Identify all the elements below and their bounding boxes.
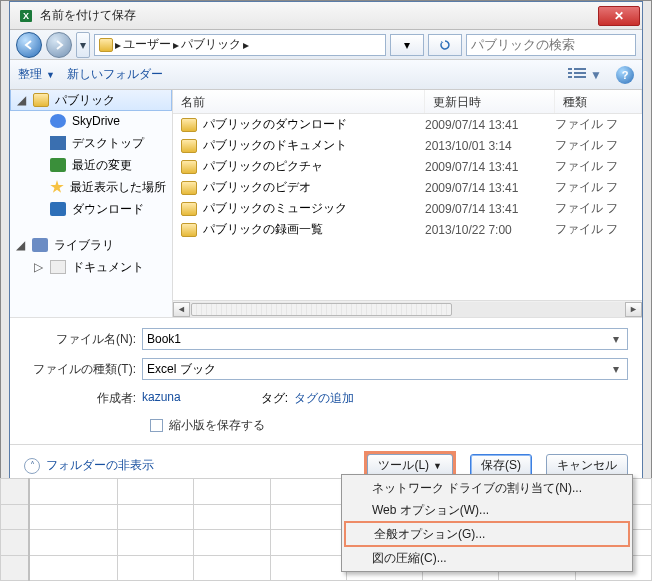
menu-item-highlight: 全般オプション(G)... [344,521,630,547]
folder-icon [181,181,197,195]
filename-input[interactable]: Book1 ▾ [142,328,628,350]
svg-rect-4 [568,72,572,74]
file-name: パブリックのドキュメント [203,137,347,154]
sidebar-item-label: 最近表示した場所 [70,179,166,196]
save-thumbnail-checkbox[interactable] [150,419,163,432]
new-folder-button[interactable]: 新しいフォルダー [67,66,163,83]
refresh-button[interactable] [428,34,462,56]
cancel-label: キャンセル [557,457,617,474]
filetype-label: ファイルの種類(T): [24,361,136,378]
chevron-down-icon[interactable]: ▾ [609,332,623,346]
recent-icon [50,158,66,172]
sidebar-item-skydrive[interactable]: SkyDrive [10,110,172,132]
scroll-left-button[interactable]: ◄ [173,302,190,317]
sidebar-item-label: SkyDrive [72,114,120,128]
breadcrumb-segment[interactable]: パブリック [181,36,241,53]
file-type: ファイル フ [555,116,642,133]
breadcrumb-segment[interactable]: ユーザー [123,36,171,53]
filetype-value: Excel ブック [147,361,216,378]
nav-back-button[interactable] [16,32,42,58]
scroll-right-button[interactable]: ► [625,302,642,317]
svg-rect-5 [574,72,586,74]
horizontal-scrollbar[interactable]: ◄ ► [173,300,642,317]
star-icon [50,180,64,194]
table-row[interactable]: パブリックのダウンロード2009/07/14 13:41ファイル フ [173,114,642,135]
search-input[interactable] [466,34,636,56]
expand-icon[interactable]: ▷ [34,260,44,274]
sidebar-item-libraries[interactable]: ◢ ライブラリ [10,234,172,256]
chevron-down-icon[interactable]: ▾ [609,362,623,376]
filename-value: Book1 [147,332,181,346]
svg-text:X: X [23,11,29,21]
table-row[interactable]: パブリックのミュージック2009/07/14 13:41ファイル フ [173,198,642,219]
nav-history-dropdown[interactable]: ▾ [76,32,90,58]
sidebar-item-label: ドキュメント [72,259,144,276]
tools-menu: ネットワーク ドライブの割り当て(N)... Web オプション(W)... 全… [341,474,633,572]
svg-rect-7 [574,76,586,78]
chevron-up-icon: ˄ [24,458,40,474]
help-button[interactable]: ? [616,66,634,84]
sidebar-item-recent-places[interactable]: 最近表示した場所 [10,176,172,198]
folder-icon [181,139,197,153]
menu-item-web-options[interactable]: Web オプション(W)... [344,499,630,521]
column-name-header[interactable]: 名前 [173,90,425,113]
table-row[interactable]: パブリックのドキュメント2013/10/01 3:14ファイル フ [173,135,642,156]
expand-icon[interactable]: ◢ [17,93,27,107]
menu-item-map-network-drive[interactable]: ネットワーク ドライブの割り当て(N)... [344,477,630,499]
table-row[interactable]: パブリックの録画一覧2013/10/22 7:00ファイル フ [173,219,642,240]
expand-icon[interactable]: ◢ [16,238,26,252]
column-type-header[interactable]: 種類 [555,90,642,113]
file-type: ファイル フ [555,158,642,175]
file-type: ファイル フ [555,200,642,217]
sidebar-item-label: ライブラリ [54,237,114,254]
author-value[interactable]: kazuna [142,390,181,407]
filename-label: ファイル名(N): [24,331,136,348]
breadcrumb-dropdown[interactable]: ▾ [390,34,424,56]
folder-icon [181,160,197,174]
save-label: 保存(S) [481,457,521,474]
sidebar-item-downloads[interactable]: ダウンロード [10,198,172,220]
folder-icon [181,202,197,216]
nav-forward-button[interactable] [46,32,72,58]
sidebar-item-public[interactable]: ◢ パブリック [10,90,172,111]
file-date: 2009/07/14 13:41 [425,118,555,132]
hide-folders-button[interactable]: ˄ フォルダーの非表示 [24,457,154,474]
cloud-icon [50,114,66,128]
document-icon [50,260,66,274]
tools-label: ツール(L) [378,457,429,474]
save-thumbnail-label: 縮小版を保存する [169,417,265,434]
hide-folders-label: フォルダーの非表示 [46,457,154,474]
sidebar-item-recent-changes[interactable]: 最近の変更 [10,154,172,176]
window-close-button[interactable]: ✕ [598,6,640,26]
view-icon [568,68,586,82]
tags-value[interactable]: タグの追加 [294,390,354,407]
file-name: パブリックのビデオ [203,179,311,196]
table-row[interactable]: パブリックのビデオ2009/07/14 13:41ファイル フ [173,177,642,198]
sidebar: ◢ パブリック SkyDrive デスクトップ 最近の変更 最近表示した場所 [10,90,173,317]
filetype-select[interactable]: Excel ブック ▾ [142,358,628,380]
menu-item-general-options[interactable]: 全般オプション(G)... [346,523,628,545]
file-list-pane: 名前 更新日時 種類 パブリックのダウンロード2009/07/14 13:41フ… [173,90,642,317]
folder-icon [33,93,49,107]
file-date: 2009/07/14 13:41 [425,202,555,216]
scroll-thumb[interactable] [191,303,452,316]
file-name: パブリックのピクチャ [203,158,323,175]
file-type: ファイル フ [555,137,642,154]
organize-label: 整理 [18,66,42,83]
new-folder-label: 新しいフォルダー [67,66,163,83]
menu-item-compress-pictures[interactable]: 図の圧縮(C)... [344,547,630,569]
sidebar-item-documents[interactable]: ▷ ドキュメント [10,256,172,278]
table-row[interactable]: パブリックのピクチャ2009/07/14 13:41ファイル フ [173,156,642,177]
library-icon [32,238,48,252]
file-type: ファイル フ [555,179,642,196]
organize-button[interactable]: 整理 ▼ [18,66,55,83]
file-date: 2013/10/01 3:14 [425,139,555,153]
file-type: ファイル フ [555,221,642,238]
sidebar-item-desktop[interactable]: デスクトップ [10,132,172,154]
breadcrumb[interactable]: ▸ ユーザー ▸ パブリック ▸ [94,34,386,56]
title-bar: X 名前を付けて保存 ✕ [10,2,642,30]
column-date-header[interactable]: 更新日時 [425,90,555,113]
view-options-button[interactable]: ▼ [568,68,602,82]
chevron-down-icon: ▼ [433,461,442,471]
scroll-track[interactable] [190,302,625,317]
